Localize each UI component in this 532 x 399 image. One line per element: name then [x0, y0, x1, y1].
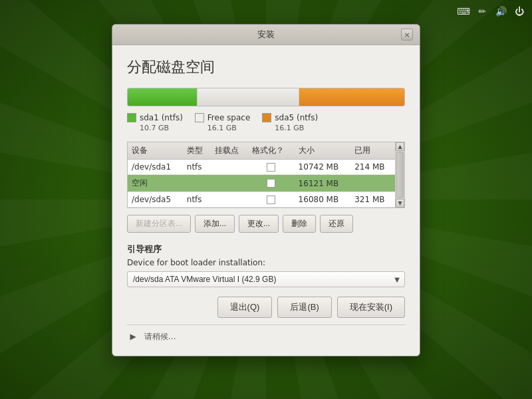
legend-size-free: 16.1 GB [207, 124, 250, 132]
col-mount: 挂载点 [211, 142, 248, 160]
cell-format [248, 175, 295, 192]
cell-type: ntfs [183, 192, 211, 207]
disk-seg-sda1 [128, 88, 197, 106]
format-checkbox[interactable] [267, 163, 275, 172]
col-format: 格式化？ [248, 142, 295, 160]
cell-size: 16121 MB [295, 175, 351, 192]
partition-table-wrapper: 设备 类型 挂载点 格式化？ 大小 已用 /dev/sda1 ntfs 10 [127, 142, 405, 208]
bootloader-section: 引导程序 Device for boot loader installation… [127, 243, 405, 287]
page-title: 分配磁盘空间 [127, 57, 405, 77]
delete-button[interactable]: 删除 [283, 215, 316, 233]
legend-color-sda1 [127, 113, 136, 122]
progress-section: ▶ 请稍候... [127, 325, 405, 345]
keyboard-icon[interactable]: ⌨ [456, 4, 471, 19]
close-button[interactable]: × [401, 29, 413, 41]
cell-format [248, 192, 295, 207]
bootloader-title: 引导程序 [127, 243, 405, 255]
cell-size: 10742 MB [295, 160, 351, 175]
taskbar: ⌨ ✏ 🔊 ⏻ [456, 4, 527, 19]
table-row[interactable]: /dev/sda1 ntfs 10742 MB 214 MB [128, 160, 395, 175]
col-device: 设备 [128, 142, 183, 160]
restore-button[interactable]: 还原 [320, 215, 353, 233]
legend-sda5: sda5 (ntfs) 16.1 GB [262, 113, 318, 132]
dialog-titlebar: 安装 × [112, 25, 420, 45]
col-size: 大小 [295, 142, 351, 160]
disk-seg-sda5 [299, 88, 404, 106]
scrollbar-up[interactable]: ▲ [396, 142, 404, 151]
partition-table: 设备 类型 挂载点 格式化？ 大小 已用 /dev/sda1 ntfs 10 [128, 142, 395, 207]
edit-button[interactable]: 更改... [239, 215, 279, 233]
install-button[interactable]: 现在安装(I) [337, 297, 405, 318]
add-button[interactable]: 添加... [195, 215, 235, 233]
table-row[interactable]: /dev/sda5 ntfs 16080 MB 321 MB [128, 192, 395, 207]
install-dialog: 安装 × 分配磁盘空间 sda1 (ntfs) 10.7 GB Free [112, 24, 420, 356]
bootloader-label: Device for boot loader installation: [127, 258, 405, 267]
legend-label-sda5: sda5 (ntfs) [275, 113, 318, 122]
cell-type [183, 175, 211, 192]
legend-free: Free space 16.1 GB [195, 113, 250, 132]
bootloader-select[interactable]: /dev/sda ATA VMware Virtual I (42.9 GB) [127, 271, 405, 287]
power-icon[interactable]: ⏻ [512, 4, 527, 19]
cell-used [350, 175, 395, 192]
legend-size-sda5: 16.1 GB [275, 124, 318, 132]
cell-mount [211, 160, 248, 175]
cell-device: 空闲 [128, 175, 183, 192]
scrollbar-thumb[interactable] [396, 152, 404, 198]
format-checkbox[interactable] [267, 179, 275, 188]
dialog-content: 分配磁盘空间 sda1 (ntfs) 10.7 GB Free space [112, 45, 420, 356]
pen-icon[interactable]: ✏ [475, 4, 489, 19]
cell-used: 321 MB [350, 192, 395, 207]
cell-format [248, 160, 295, 175]
bootloader-select-wrapper: /dev/sda ATA VMware Virtual I (42.9 GB) … [127, 271, 405, 287]
disk-seg-free [197, 88, 299, 106]
cell-used: 214 MB [350, 160, 395, 175]
legend-size-sda1: 10.7 GB [140, 124, 183, 132]
cell-size: 16080 MB [295, 192, 351, 207]
cell-type: ntfs [183, 160, 211, 175]
cell-mount [211, 175, 248, 192]
cell-device: /dev/sda1 [128, 160, 183, 175]
legend-sda1: sda1 (ntfs) 10.7 GB [127, 113, 183, 132]
disk-bar [127, 88, 405, 106]
legend-label-free: Free space [207, 113, 250, 122]
table-scrollbar: ▲ ▼ [395, 142, 404, 207]
quit-button[interactable]: 退出(Q) [217, 297, 273, 318]
col-type: 类型 [183, 142, 211, 160]
dialog-title: 安装 [131, 29, 401, 41]
cell-device: /dev/sda5 [128, 192, 183, 207]
action-buttons: 新建分区表... 添加... 更改... 删除 还原 [127, 215, 405, 233]
legend-color-free [195, 113, 204, 122]
disk-legend: sda1 (ntfs) 10.7 GB Free space 16.1 GB s… [127, 113, 405, 132]
volume-icon[interactable]: 🔊 [493, 4, 508, 19]
back-button[interactable]: 后退(B) [277, 297, 331, 318]
scrollbar-down[interactable]: ▼ [396, 199, 404, 207]
format-checkbox[interactable] [267, 196, 275, 204]
progress-label: 请稍候... [144, 331, 176, 342]
table-header-row: 设备 类型 挂载点 格式化？ 大小 已用 [128, 142, 395, 160]
bottom-buttons: 退出(Q) 后退(B) 现在安装(I) [127, 297, 405, 318]
col-used: 已用 [350, 142, 395, 160]
cell-mount [211, 192, 248, 207]
play-button[interactable]: ▶ [127, 331, 139, 342]
table-row[interactable]: 空闲 16121 MB [128, 175, 395, 192]
legend-color-sda5 [262, 113, 271, 122]
new-partition-button[interactable]: 新建分区表... [127, 215, 191, 233]
legend-label-sda1: sda1 (ntfs) [140, 113, 183, 122]
